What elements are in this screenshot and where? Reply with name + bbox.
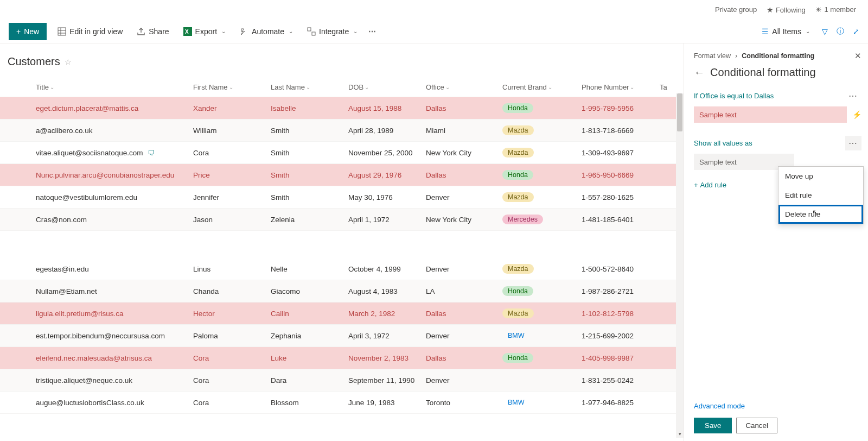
chevron-down-icon: ⌄	[289, 28, 293, 34]
flow-icon	[240, 27, 248, 36]
rule-1-menu[interactable]: ⋯	[845, 89, 861, 103]
col-office[interactable]: Office⌄	[426, 83, 502, 91]
table-row[interactable]: vitae.aliquet@sociisnatoque.com🗨CoraSmit…	[0, 142, 684, 164]
scroll-thumb[interactable]	[677, 93, 682, 131]
col-title[interactable]: Title⌄	[36, 83, 193, 91]
rule-1-label[interactable]: If Office is equal to Dallas	[694, 92, 774, 100]
rule-2-menu[interactable]: ⋯	[845, 136, 861, 150]
table-row[interactable]: Cras@non.comJasonZeleniaApril 1, 1972New…	[0, 209, 684, 231]
save-button[interactable]: Save	[694, 418, 732, 433]
ctx-edit-rule[interactable]: Edit rule	[778, 186, 863, 205]
automate-button[interactable]: Automate⌄	[237, 23, 296, 40]
export-button[interactable]: X Export⌄	[180, 23, 229, 40]
view-selector[interactable]: ☰ All Items⌄	[758, 23, 813, 40]
brand-pill: Honda	[502, 353, 533, 363]
brand-pill: Mazda	[502, 125, 534, 135]
page-topbar: Private group ★ Following ⛯ 1 member	[0, 0, 868, 20]
command-bar: + New Edit in grid view Share X Export⌄ …	[0, 20, 868, 43]
panel-title: Conditional formatting	[710, 66, 816, 79]
table-row[interactable]: ligula.elit.pretium@risus.caHectorCailin…	[0, 303, 684, 325]
vertical-scrollbar[interactable]: ▾	[676, 93, 684, 438]
integrate-icon	[307, 27, 316, 36]
column-header-row: Title⌄ First Name⌄ Last Name⌄ DOB⌄ Offic…	[0, 78, 684, 97]
share-button[interactable]: Share	[133, 23, 172, 40]
table-row[interactable]: Nunc.pulvinar.arcu@conubianostraper.eduP…	[0, 164, 684, 186]
share-icon	[137, 27, 145, 36]
brand-pill: Honda	[502, 286, 533, 296]
new-button[interactable]: + New	[9, 23, 47, 40]
comment-icon[interactable]: 🗨	[148, 149, 155, 157]
chevron-right-icon: ›	[735, 52, 737, 60]
format-panel: Format view › Conditional formatting ✕ ←…	[684, 43, 868, 441]
expand-icon[interactable]: ⤢	[853, 27, 859, 36]
ctx-move-up[interactable]: Move up	[778, 167, 863, 186]
plus-icon: +	[16, 27, 21, 36]
svg-rect-6	[308, 28, 311, 31]
table-row[interactable]: augue@luctuslobortisClass.co.ukCoraBloss…	[0, 392, 684, 414]
table-row[interactable]: tristique.aliquet@neque.co.ukCoraDaraSep…	[0, 369, 684, 392]
excel-icon: X	[183, 27, 192, 36]
rule-2-label[interactable]: Show all values as	[694, 139, 752, 147]
col-ta[interactable]: Ta	[660, 83, 676, 91]
brand-pill: Mazda	[502, 264, 534, 274]
table-row[interactable]: natoque@vestibulumlorem.eduJenniferSmith…	[0, 186, 684, 209]
brand-pill: BMW	[502, 398, 530, 407]
svg-rect-0	[58, 28, 66, 35]
overflow-menu[interactable]: ⋯	[368, 27, 377, 36]
svg-text:X: X	[185, 29, 189, 35]
col-brand[interactable]: Current Brand⌄	[502, 83, 582, 91]
table-row[interactable]: eget.dictum.placerat@mattis.caXanderIsab…	[0, 97, 684, 119]
group-visibility: Private group	[715, 5, 757, 14]
integrate-button[interactable]: Integrate⌄	[304, 23, 361, 40]
chevron-down-icon: ⌄	[806, 28, 810, 34]
ctx-delete-rule[interactable]: Delete rule ↖	[778, 205, 863, 224]
members-count[interactable]: ⛯ 1 member	[815, 5, 856, 14]
brand-pill: Honda	[502, 170, 533, 180]
back-arrow-icon[interactable]: ←	[694, 66, 705, 79]
cancel-button[interactable]: Cancel	[736, 418, 777, 433]
list-icon: ☰	[762, 27, 769, 36]
edit-grid-button[interactable]: Edit in grid view	[54, 23, 126, 40]
list-rows: eget.dictum.placerat@mattis.caXanderIsab…	[0, 97, 684, 424]
list-area: Customers ☆ Title⌄ First Name⌄ Last Name…	[0, 43, 684, 441]
col-last[interactable]: Last Name⌄	[271, 83, 348, 91]
crumb-current: Conditional formatting	[742, 52, 814, 60]
brand-pill: BMW	[502, 331, 530, 341]
close-icon[interactable]: ✕	[854, 51, 861, 61]
follow-toggle[interactable]: ★ Following	[767, 5, 806, 14]
table-row[interactable]: egestas@in.eduLinusNelleOctober 4, 1999D…	[0, 258, 684, 280]
col-dob[interactable]: DOB⌄	[348, 83, 426, 91]
table-row[interactable]: est.tempor.bibendum@neccursusa.comPaloma…	[0, 325, 684, 347]
list-title: Customers	[8, 55, 60, 68]
brand-pill: Mazda	[502, 148, 534, 158]
brand-pill: Honda	[502, 103, 533, 113]
info-icon[interactable]: ⓘ	[837, 27, 844, 36]
crumb-format-view[interactable]: Format view	[694, 52, 731, 60]
favorite-star-icon[interactable]: ☆	[65, 58, 72, 66]
rule-1-sample: Sample text	[694, 106, 847, 123]
scroll-down-arrow[interactable]: ▾	[677, 431, 682, 438]
table-row[interactable]: Nullam@Etiam.netChandaGiacomoAugust 4, 1…	[0, 280, 684, 303]
brand-pill: Mercedes	[502, 215, 543, 224]
advanced-mode-link[interactable]: Advanced mode	[694, 402, 861, 410]
chevron-down-icon: ⌄	[353, 28, 358, 34]
rule-context-menu: Move up Edit rule Delete rule ↖	[778, 166, 864, 224]
bolt-icon[interactable]: ⚡	[852, 110, 861, 119]
table-row[interactable]: a@aclibero.co.ukWilliamSmithApril 28, 19…	[0, 119, 684, 142]
grid-icon	[58, 27, 66, 36]
brand-pill: Mazda	[502, 308, 534, 318]
svg-rect-7	[312, 32, 315, 35]
breadcrumb: Format view › Conditional formatting ✕	[694, 51, 861, 61]
plus-icon: +	[694, 181, 698, 189]
brand-pill: Mazda	[502, 192, 534, 202]
filter-icon[interactable]: ▽	[822, 27, 828, 36]
col-phone[interactable]: Phone Number⌄	[582, 83, 660, 91]
table-row[interactable]: eleifend.nec.malesuada@atrisus.caCoraLuk…	[0, 347, 684, 369]
col-first[interactable]: First Name⌄	[193, 83, 271, 91]
chevron-down-icon: ⌄	[221, 28, 226, 34]
